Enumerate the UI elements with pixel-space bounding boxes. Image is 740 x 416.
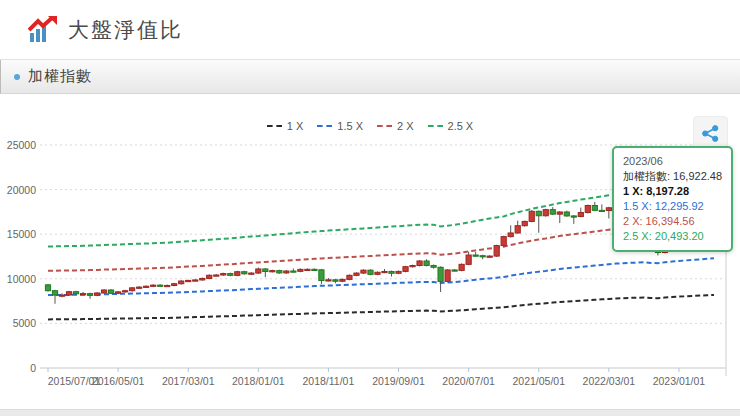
chart-tooltip: 2023/06 加權指數: 16,922.481 X: 8,197.281.5 … bbox=[612, 146, 733, 252]
svg-text:2022/03/01: 2022/03/01 bbox=[583, 375, 636, 387]
legend-dash-icon bbox=[428, 125, 443, 127]
svg-text:15000: 15000 bbox=[7, 228, 36, 240]
tooltip-row: 加權指數: 16,922.48 bbox=[623, 169, 722, 184]
legend-label: 1 X bbox=[287, 120, 304, 132]
svg-text:10000: 10000 bbox=[7, 273, 36, 285]
tooltip-row: 2 X: 16,394.56 bbox=[623, 214, 722, 229]
tooltip-row: 1.5 X: 12,295.92 bbox=[623, 199, 722, 214]
page-title: 大盤淨值比 bbox=[68, 16, 183, 44]
section-header: 加權指數 bbox=[0, 60, 740, 94]
svg-text:2023/01/01: 2023/01/01 bbox=[653, 375, 706, 387]
legend-label: 1.5 X bbox=[337, 120, 363, 132]
legend-dash-icon bbox=[317, 125, 332, 127]
legend-dash-icon bbox=[267, 125, 282, 127]
svg-text:2018/01/01: 2018/01/01 bbox=[232, 375, 285, 387]
legend-item-2.5x[interactable]: 2.5 X bbox=[428, 120, 474, 132]
line-1.5x bbox=[48, 258, 714, 295]
legend-item-2x[interactable]: 2 X bbox=[377, 120, 414, 132]
horizontal-scrollbar[interactable] bbox=[0, 409, 740, 416]
svg-text:2017/03/01: 2017/03/01 bbox=[162, 375, 215, 387]
svg-text:20000: 20000 bbox=[7, 184, 36, 196]
legend-dash-icon bbox=[377, 125, 392, 127]
chart-legend: 1 X1.5 X2 X2.5 X bbox=[0, 120, 740, 132]
svg-text:2016/05/01: 2016/05/01 bbox=[92, 375, 145, 387]
y-axis-labels: 0500010000150002000025000 bbox=[7, 139, 36, 374]
svg-text:0: 0 bbox=[30, 362, 36, 374]
section-title: 加權指數 bbox=[28, 67, 92, 86]
legend-item-1.5x[interactable]: 1.5 X bbox=[317, 120, 363, 132]
x-axis-labels: 2015/07/012016/05/012017/03/012018/01/01… bbox=[48, 368, 706, 387]
svg-text:25000: 25000 bbox=[7, 139, 36, 151]
legend-item-1x[interactable]: 1 X bbox=[267, 120, 304, 132]
legend-label: 2 X bbox=[397, 120, 414, 132]
app-header: 大盤淨值比 bbox=[0, 0, 740, 60]
tooltip-row: 2.5 X: 20,493.20 bbox=[623, 229, 722, 244]
svg-text:2018/11/01: 2018/11/01 bbox=[303, 375, 355, 387]
svg-text:2019/09/01: 2019/09/01 bbox=[372, 375, 425, 387]
bullet-icon bbox=[14, 74, 20, 80]
share-icon bbox=[702, 125, 719, 142]
legend-label: 2.5 X bbox=[448, 120, 474, 132]
line-1x bbox=[48, 295, 714, 320]
trend-chart-icon bbox=[28, 16, 58, 44]
tooltip-date: 2023/06 bbox=[623, 154, 722, 169]
svg-text:2021/05/01: 2021/05/01 bbox=[512, 375, 565, 387]
svg-text:5000: 5000 bbox=[13, 317, 37, 329]
tooltip-row: 1 X: 8,197.28 bbox=[623, 184, 722, 199]
svg-text:2020/07/01: 2020/07/01 bbox=[442, 375, 495, 387]
chart-region: 1 X1.5 X2 X2.5 X 05000100001500020000250… bbox=[0, 94, 740, 409]
